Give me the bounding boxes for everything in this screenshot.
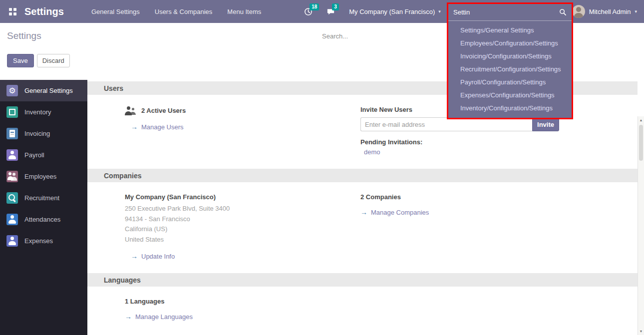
navbar-search-row — [448, 4, 572, 21]
activities-button[interactable]: 18 — [304, 7, 313, 16]
sidebar-item-inventory[interactable]: Inventory — [0, 101, 87, 123]
sidebar-item-label: Inventory — [24, 108, 51, 116]
navbar-search-dropdown: Settings/General SettingsEmployees/Confi… — [448, 4, 572, 118]
general-settings-gear-icon — [6, 85, 18, 96]
user-name: Mitchell Admin — [589, 8, 631, 15]
manage-companies-label: Manage Companies — [371, 209, 429, 216]
messages-button[interactable]: 3 — [326, 7, 335, 16]
search-result-employees-configuration-settings[interactable]: Employees/Configuration/Settings — [448, 36, 572, 49]
navbar-menu: General SettingsUsers & CompaniesMenu It… — [91, 8, 261, 15]
search-icon[interactable] — [559, 8, 567, 16]
recruitment-icon — [6, 192, 18, 204]
navbar-menu-item-general-settings[interactable]: General Settings — [91, 8, 140, 15]
company-name: My Company (San Francisco) — [125, 193, 360, 201]
attendances-icon — [6, 214, 18, 225]
search-result-settings-general-settings[interactable]: Settings/General Settings — [448, 23, 572, 36]
sidebar-item-payroll[interactable]: Payroll — [0, 144, 87, 166]
invite-button[interactable]: Invite — [532, 117, 559, 131]
company-switcher[interactable]: My Company (San Francisco) ▾ — [349, 8, 440, 15]
languages-section: 1 Languages → Manage Languages — [87, 287, 638, 334]
company-switcher-label: My Company (San Francisco) — [349, 8, 435, 15]
sidebar-item-label: Invoicing — [24, 130, 50, 137]
scrollbar-thumb[interactable] — [639, 125, 643, 161]
languages-count: 1 Languages — [125, 298, 360, 305]
apps-menu-button[interactable] — [6, 5, 19, 18]
sidebar-item-invoicing[interactable]: Invoicing — [0, 123, 87, 144]
discard-button[interactable]: Discard — [37, 54, 70, 67]
update-info-label: Update Info — [141, 253, 175, 260]
activities-badge: 18 — [310, 3, 319, 10]
invite-email-input[interactable] — [360, 117, 532, 131]
invoicing-icon — [6, 128, 18, 139]
inventory-icon — [6, 106, 18, 118]
navbar-systray: 18 3 My Company (San Francisco) ▾ — [304, 7, 440, 16]
sidebar-item-recruitment[interactable]: Recruitment — [0, 187, 87, 209]
save-button[interactable]: Save — [7, 54, 34, 67]
update-info-link[interactable]: → Update Info — [131, 252, 360, 260]
invite-row: Invite — [360, 117, 559, 131]
manage-languages-link[interactable]: → Manage Languages — [125, 313, 360, 321]
save-discard-buttons: Save Discard — [7, 54, 70, 67]
sidebar-item-label: General Settings — [24, 87, 73, 94]
sidebar-item-employees[interactable]: Employees — [0, 166, 87, 187]
employees-icon — [6, 171, 18, 182]
navbar-menu-item-menu-items[interactable]: Menu Items — [227, 8, 261, 15]
user-menu[interactable]: Mitchell Admin ▾ — [572, 5, 638, 18]
caret-down-icon: ▾ — [438, 9, 441, 14]
navbar-search-input[interactable] — [453, 8, 559, 16]
sidebar-item-label: Expenses — [24, 237, 53, 245]
page-title: Settings — [7, 30, 41, 41]
active-users-icon — [125, 106, 137, 115]
search-result-invoicing-configuration-settings[interactable]: Invoicing/Configuration/Settings — [448, 49, 572, 62]
company-address-line: California (US) — [125, 224, 360, 235]
sidebar-item-general-settings[interactable]: General Settings — [0, 80, 87, 101]
sidebar-item-label: Payroll — [24, 151, 44, 159]
settings-sidebar: General SettingsInventoryInvoicingPayrol… — [0, 80, 87, 335]
apps-grid-icon — [9, 8, 16, 15]
search-result-inventory-configuration-settings[interactable]: Inventory/Configuration/Settings — [448, 101, 572, 114]
search-overlay-results: Settings/General SettingsEmployees/Confi… — [448, 21, 572, 118]
annotation-highlight-box: Settings/General SettingsEmployees/Confi… — [447, 2, 573, 119]
expenses-icon — [6, 235, 18, 247]
pending-invitations-label: Pending Invitations: — [360, 138, 638, 146]
active-users-count: 2 Active Users — [141, 107, 186, 114]
arrow-right-icon: → — [125, 313, 132, 321]
arrow-right-icon: → — [131, 252, 138, 260]
scroll-down-arrow[interactable]: ▼ — [638, 330, 644, 333]
app-title[interactable]: Settings — [24, 6, 64, 17]
user-avatar — [572, 5, 585, 18]
payroll-icon — [6, 149, 18, 161]
navbar-menu-item-users-companies[interactable]: Users & Companies — [155, 8, 213, 15]
company-address-line: United States — [125, 235, 360, 245]
company-address-line: 250 Executive Park Blvd, Suite 3400 — [125, 204, 360, 214]
manage-users-link[interactable]: → Manage Users — [131, 123, 360, 131]
sidebar-item-attendances[interactable]: Attendances — [0, 209, 87, 230]
companies-count: 2 Companies — [360, 193, 638, 201]
company-address: 250 Executive Park Blvd, Suite 340094134… — [125, 204, 360, 245]
search-result-expenses-configuration-settings[interactable]: Expenses/Configuration/Settings — [448, 88, 572, 101]
manage-languages-label: Manage Languages — [135, 313, 193, 321]
sidebar-item-expenses[interactable]: Expenses — [0, 230, 87, 252]
sidebar-item-label: Employees — [24, 173, 56, 180]
arrow-right-icon: → — [360, 208, 367, 216]
search-result-payroll-configuration-settings[interactable]: Payroll/Configuration/Settings — [448, 75, 572, 88]
pending-user-link[interactable]: demo — [360, 148, 380, 156]
sidebar-item-label: Attendances — [24, 216, 60, 223]
search-result-recruitment-configuration-settings[interactable]: Recruitment/Configuration/Settings — [448, 62, 572, 75]
odoo-settings-screen: Settings General SettingsUsers & Compani… — [0, 0, 644, 335]
company-address-line: 94134 - San Francisco — [125, 214, 360, 225]
manage-companies-link[interactable]: → Manage Companies — [360, 208, 638, 216]
manage-users-label: Manage Users — [141, 123, 184, 131]
scroll-up-arrow[interactable]: ▲ — [638, 118, 644, 122]
vertical-scrollbar[interactable]: ▲ ▼ — [638, 116, 644, 335]
companies-section: My Company (San Francisco) 250 Executive… — [87, 182, 638, 273]
caret-down-icon: ▾ — [635, 9, 637, 14]
companies-section-header: Companies — [87, 169, 638, 182]
sidebar-item-label: Recruitment — [24, 194, 59, 202]
messages-badge: 3 — [332, 3, 339, 10]
languages-section-header: Languages — [87, 273, 638, 287]
arrow-right-icon: → — [131, 123, 138, 131]
search-input[interactable]: Search... — [322, 32, 442, 40]
